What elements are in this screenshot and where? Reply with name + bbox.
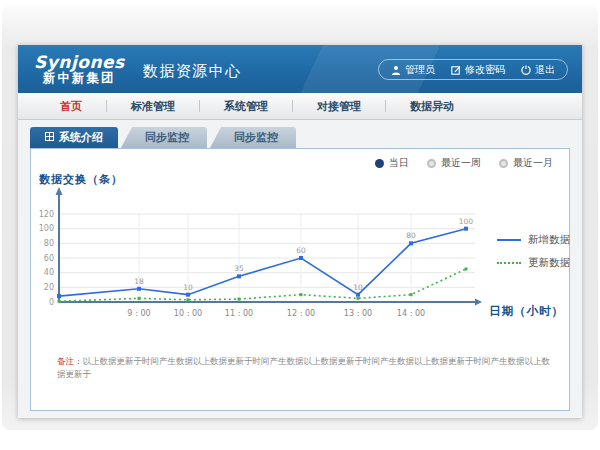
time-range-filter: 当日最近一周最近一月 bbox=[375, 156, 553, 170]
footnote: 备注：以上数据更新于时间产生数据以上数据更新于时间产生数据以上数据更新于时间产生… bbox=[57, 355, 551, 381]
y-axis-title: 数据交换（条） bbox=[39, 172, 123, 187]
tab-label: 同步监控 bbox=[145, 130, 189, 145]
svg-text:60: 60 bbox=[296, 246, 306, 255]
nav-item-1[interactable]: 标准管理 bbox=[107, 99, 199, 114]
nav-item-2[interactable]: 系统管理 bbox=[200, 99, 292, 114]
power-icon bbox=[521, 65, 531, 75]
radio-label: 最近一月 bbox=[513, 156, 553, 170]
svg-text:80: 80 bbox=[406, 231, 416, 240]
radio-label: 当日 bbox=[389, 156, 409, 170]
svg-text:0: 0 bbox=[49, 298, 54, 307]
svg-text:100: 100 bbox=[459, 217, 474, 226]
svg-text:80: 80 bbox=[44, 239, 54, 248]
logout-button[interactable]: 退出 bbox=[521, 63, 555, 77]
page-background: Synjones 新中新集团 数据资源中心 管理员 修改密码 退出 首页标 bbox=[2, 6, 598, 430]
svg-text:11：00: 11：00 bbox=[225, 309, 253, 318]
logout-label: 退出 bbox=[535, 63, 555, 77]
svg-text:40: 40 bbox=[44, 268, 54, 277]
radio-option-2[interactable]: 最近一月 bbox=[499, 156, 553, 170]
svg-text:13：00: 13：00 bbox=[344, 309, 372, 318]
legend-label: 新增数据 bbox=[528, 233, 570, 247]
svg-text:20: 20 bbox=[44, 283, 54, 292]
grid-icon bbox=[45, 131, 54, 144]
edit-icon bbox=[451, 65, 461, 75]
legend-item-1: 更新数据 bbox=[497, 256, 570, 270]
tab-bar: 系统介绍同步监控同步监控 bbox=[30, 127, 296, 148]
x-axis-title: 日期（小时） bbox=[489, 304, 564, 319]
app-header: Synjones 新中新集团 数据资源中心 管理员 修改密码 退出 bbox=[18, 45, 582, 93]
legend-line-sample bbox=[497, 239, 521, 241]
legend-item-0: 新增数据 bbox=[497, 233, 570, 247]
footnote-prefix: 备注： bbox=[57, 356, 83, 366]
admin-user-label: 管理员 bbox=[405, 63, 435, 77]
svg-text:14：00: 14：00 bbox=[397, 309, 425, 318]
chart-panel: 当日最近一周最近一月 数据交换（条） 0204060801001209：0010… bbox=[30, 148, 570, 411]
svg-text:60: 60 bbox=[44, 254, 54, 263]
svg-text:9：00: 9：00 bbox=[127, 309, 150, 318]
tab-label: 同步监控 bbox=[234, 130, 278, 145]
svg-text:12：00: 12：00 bbox=[287, 309, 315, 318]
admin-user-button[interactable]: 管理员 bbox=[391, 63, 435, 77]
svg-text:18: 18 bbox=[134, 277, 144, 286]
page-title: 数据资源中心 bbox=[143, 58, 242, 81]
svg-text:100: 100 bbox=[39, 224, 54, 233]
tab-0[interactable]: 系统介绍 bbox=[30, 127, 118, 148]
logo-text-en: Synjones bbox=[34, 53, 125, 72]
footnote-text: 以上数据更新于时间产生数据以上数据更新于时间产生数据以上数据更新于时间产生数据以… bbox=[57, 356, 550, 379]
legend-line-sample bbox=[497, 262, 521, 264]
line-chart: 0204060801001209：0010：0011：0012：0013：001… bbox=[39, 187, 563, 359]
main-nav: 首页标准管理系统管理对接管理数据异动 bbox=[18, 93, 582, 120]
radio-selected-icon bbox=[375, 159, 384, 168]
svg-text:10: 10 bbox=[353, 283, 363, 292]
logo-text-cn: 新中新集团 bbox=[34, 71, 125, 85]
user-toolbar: 管理员 修改密码 退出 bbox=[378, 59, 568, 80]
svg-text:10: 10 bbox=[183, 283, 193, 292]
radio-option-1[interactable]: 最近一周 bbox=[427, 156, 481, 170]
radio-option-0[interactable]: 当日 bbox=[375, 156, 409, 170]
tab-1[interactable]: 同步监控 bbox=[121, 127, 207, 148]
svg-text:120: 120 bbox=[39, 210, 54, 219]
app-window: Synjones 新中新集团 数据资源中心 管理员 修改密码 退出 首页标 bbox=[18, 45, 582, 418]
svg-text:10：00: 10：00 bbox=[174, 309, 202, 318]
tab-label: 系统介绍 bbox=[59, 130, 103, 145]
content-area: 系统介绍同步监控同步监控 当日最近一周最近一月 数据交换（条） 02040608… bbox=[18, 120, 582, 418]
nav-item-3[interactable]: 对接管理 bbox=[293, 99, 385, 114]
legend-label: 更新数据 bbox=[528, 256, 570, 270]
company-logo: Synjones 新中新集团 bbox=[34, 53, 125, 85]
radio-label: 最近一周 bbox=[441, 156, 481, 170]
radio-unselected-icon bbox=[427, 159, 436, 168]
chart-legend: 新增数据更新数据 bbox=[497, 233, 570, 270]
svg-text:35: 35 bbox=[234, 264, 244, 273]
user-icon bbox=[391, 65, 401, 75]
change-password-button[interactable]: 修改密码 bbox=[451, 63, 505, 77]
nav-item-4[interactable]: 数据异动 bbox=[386, 99, 478, 114]
radio-unselected-icon bbox=[499, 159, 508, 168]
nav-item-0[interactable]: 首页 bbox=[36, 99, 106, 114]
change-password-label: 修改密码 bbox=[465, 63, 505, 77]
tab-2[interactable]: 同步监控 bbox=[210, 127, 296, 148]
